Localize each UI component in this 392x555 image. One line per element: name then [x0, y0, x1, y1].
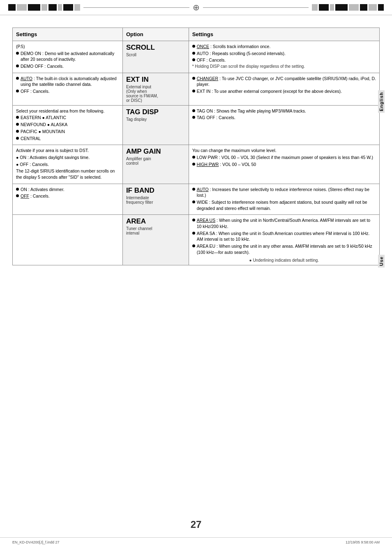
rseg2 — [319, 4, 329, 11]
option-main-label: TAG DISP — [126, 108, 185, 116]
left-segments — [8, 4, 80, 11]
bullet-text: AUTO : The built-in clock is automatical… — [21, 76, 119, 88]
bullet-text: ONCE : Scrolls track information once. — [197, 44, 376, 50]
bullet-dot — [192, 188, 195, 191]
rseg5 — [349, 4, 359, 11]
list-item: AREA EU : When using the unit in any oth… — [192, 243, 376, 255]
list-item: HIGH PWR : VOL 00 – VOL 50 — [192, 161, 376, 168]
settings-right-cell: AUTO : Increases the tuner selectivity t… — [189, 184, 379, 215]
bullet-text: NEWFOUND ● ALASKA — [21, 122, 119, 128]
bullet-dot — [192, 90, 195, 92]
list-item: AREA SA : When using the unit in South A… — [192, 230, 376, 242]
bullet-text: ON : Activates dimmer. — [21, 187, 119, 193]
option-cell: AREATuner channelinterval — [122, 215, 189, 265]
sidebar-use-label: Use — [378, 255, 385, 267]
note-text: * Holding DISP can scroll the display re… — [192, 64, 376, 69]
seg3 — [28, 4, 40, 11]
seg7 — [63, 4, 73, 11]
bullet-dot — [192, 219, 195, 221]
list-item: OFF : Cancels. — [16, 193, 119, 199]
list-item: OFF : Cancels. — [192, 57, 376, 63]
bullet-text: AUTO : Repeats scrolling (5-second inter… — [197, 51, 376, 57]
table-row: AUTO : The built-in clock is automatical… — [13, 73, 380, 105]
option-main-label: EXT IN — [126, 76, 185, 84]
settings-left-cell: ON : Activates dimmer. OFF : Cancels. — [13, 184, 123, 215]
col-header-option: Option — [122, 28, 189, 41]
bullet-text: TAG OFF : Cancels. — [197, 115, 376, 121]
table-row: (P.5) DEMO ON : Demo will be activated a… — [13, 41, 380, 73]
settings-right-cell: CHANGER : To use JVC CD changer, or JVC … — [189, 73, 379, 105]
rseg8 — [378, 4, 384, 11]
bullet-text: EXT IN : To use another external compone… — [197, 88, 376, 94]
option-cell: TAG DISPTag display — [122, 105, 189, 145]
settings-right-cell: ONCE : Scrolls track information once. A… — [189, 41, 379, 73]
seg1 — [8, 4, 16, 11]
date-info: 12/19/05 9:58:00 AM — [346, 540, 380, 544]
option-main-label: AMP GAIN — [126, 147, 185, 156]
bullet-text: CHANGER : To use JVC CD changer, or JVC … — [197, 76, 376, 88]
seg8 — [74, 4, 80, 11]
settings-left-cell: AUTO : The built-in clock is automatical… — [13, 73, 123, 105]
list-item: AUTO : Increases the tuner selectivity t… — [192, 187, 376, 198]
list-item: AREA US : When using the unit in North/C… — [192, 217, 376, 229]
bullet-dot — [16, 188, 19, 191]
option-cell: EXT INExternal input(Only whensource is … — [122, 73, 189, 105]
plain-text: You can change the maximum volume level. — [192, 147, 376, 154]
bullet-dot — [16, 64, 19, 67]
option-sub-label: External input(Only whensource is FM/AM,… — [126, 85, 185, 103]
bullet-dot — [16, 130, 19, 133]
page-number: 27 — [0, 519, 392, 530]
settings-left-cell — [13, 215, 123, 265]
top-header: ⊕ — [0, 0, 392, 15]
bullet-dot — [192, 232, 195, 235]
page-container: Settings Option Settings (P.5) DEMO ON :… — [0, 15, 392, 278]
list-item: AUTO : Repeats scrolling (5-second inter… — [192, 51, 376, 57]
settings-right-cell: TAG ON : Shows the Tag while playing MP3… — [189, 105, 379, 145]
bullet-text: PACIFIC ● MOUNTAIN — [21, 129, 119, 135]
bullet-dot — [192, 58, 195, 61]
table-row: Select your residential area from the fo… — [13, 105, 380, 145]
bullet-text: HIGH PWR : VOL 00 – VOL 50 — [197, 161, 376, 168]
list-item: DEMO OFF : Cancels. — [16, 63, 119, 69]
plain-text: ● OFF : Cancels. — [16, 161, 119, 168]
bullet-dot — [192, 77, 195, 80]
bullet-text: EASTERN ● ATLANTIC — [21, 115, 119, 121]
right-segments — [312, 4, 384, 11]
list-item: CHANGER : To use JVC CD changer, or JVC … — [192, 76, 376, 88]
bullet-dot — [16, 137, 19, 140]
list-item: TAG ON : Shows the Tag while playing MP3… — [192, 108, 376, 114]
rseg6 — [360, 4, 367, 11]
file-info: EN_KD-DV4200[J]_f.indd 27 — [12, 540, 60, 544]
bullet-text: AUTO : Increases the tuner selectivity t… — [197, 187, 376, 198]
list-item: EASTERN ● ATLANTIC — [16, 115, 119, 121]
list-item: OFF : Cancels. — [16, 88, 119, 94]
bullet-text: OFF : Cancels. — [21, 88, 119, 94]
bullet-text: AREA US : When using the unit in North/C… — [197, 217, 376, 229]
bullet-dot — [192, 163, 195, 166]
option-cell: IF BANDIntermediatefrequency filter — [122, 184, 189, 215]
list-item: EXT IN : To use another external compone… — [192, 88, 376, 94]
bullet-dot — [192, 45, 195, 48]
rseg3 — [330, 4, 334, 11]
col-header-settings-right: Settings — [189, 28, 379, 41]
bullet-text: DEMO ON : Demo will be activated automat… — [21, 51, 119, 62]
bullet-dot — [192, 156, 195, 159]
bullet-text: DEMO OFF : Cancels. — [21, 63, 119, 69]
settings-left-cell: Select your residential area from the fo… — [13, 105, 123, 145]
rseg4 — [335, 4, 348, 11]
center-line-right — [203, 7, 309, 8]
table-row: Activate if your area is subject to DST.… — [13, 145, 380, 184]
rseg1 — [312, 4, 318, 11]
list-item: WIDE : Subject to interference noises fr… — [192, 199, 376, 211]
bullet-text: OFF : Cancels. — [197, 57, 376, 63]
plain-text: ● ON : Activates daylight savings time. — [16, 154, 119, 161]
bullet-dot — [16, 116, 19, 119]
table-row: ON : Activates dimmer. OFF : Cancels. IF… — [13, 184, 380, 215]
bullet-dot — [16, 52, 19, 55]
bullet-dot — [16, 123, 19, 126]
sidebar-english-label: English — [378, 90, 385, 113]
main-table: Settings Option Settings (P.5) DEMO ON :… — [12, 28, 380, 265]
center-line-left — [83, 7, 189, 8]
rseg7 — [369, 4, 377, 11]
bullet-dot — [192, 52, 195, 55]
